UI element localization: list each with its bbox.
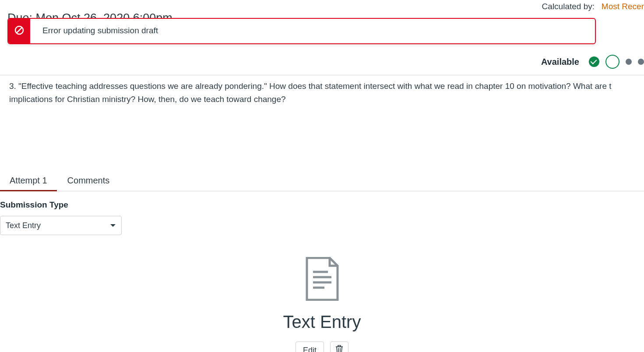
svg-line-1: [17, 28, 22, 33]
edit-button[interactable]: Edit: [296, 341, 324, 352]
status-dot-icon: [626, 59, 632, 65]
submission-type-label: Submission Type: [0, 200, 644, 210]
submission-type-select[interactable]: Text Entry: [0, 216, 122, 235]
text-entry-title: Text Entry: [283, 312, 361, 332]
calculated-by-link[interactable]: Most Recer: [602, 2, 644, 11]
delete-button[interactable]: [330, 341, 348, 352]
document-icon: [304, 257, 340, 303]
status-label: Available: [541, 57, 579, 67]
tabs: Attempt 1 Comments: [0, 172, 644, 191]
error-message: Error updating submission draft: [30, 19, 595, 43]
status-ring-icon: [605, 55, 619, 69]
status-check-icon: [589, 56, 599, 67]
text-entry-actions: Edit: [296, 341, 348, 352]
status-dot-icon: [638, 59, 644, 65]
trash-icon: [335, 345, 344, 352]
tab-comments[interactable]: Comments: [67, 172, 110, 191]
no-symbol-icon: [14, 25, 25, 37]
error-alert: Error updating submission draft: [7, 18, 596, 44]
tab-attempt[interactable]: Attempt 1: [10, 172, 47, 191]
error-icon-box: [8, 19, 30, 43]
calculated-by-label: Calculated by:: [542, 2, 595, 11]
text-entry-preview: Text Entry Edit: [0, 257, 644, 352]
question-text: 3. "Effective teaching addresses questio…: [0, 75, 644, 106]
